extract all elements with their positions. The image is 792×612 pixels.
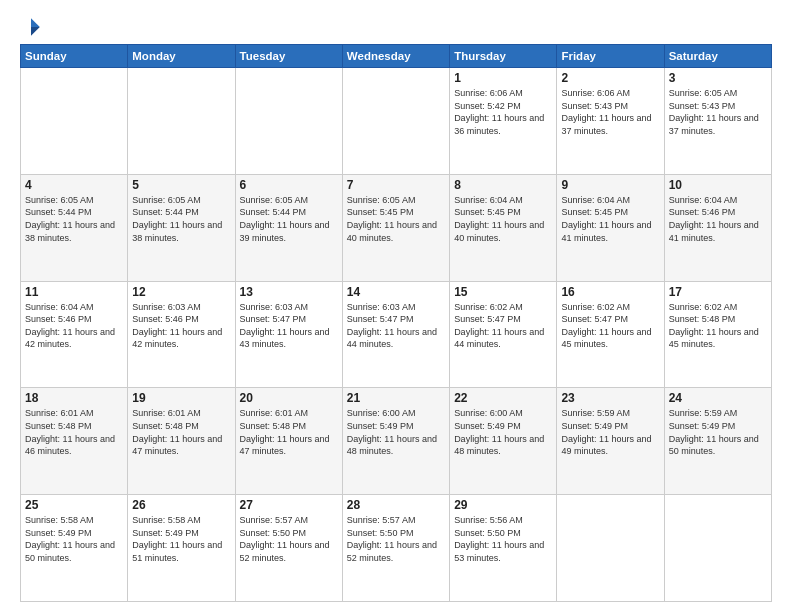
calendar-cell: 13Sunrise: 6:03 AM Sunset: 5:47 PM Dayli… — [235, 281, 342, 388]
calendar-cell — [342, 68, 449, 175]
calendar-cell: 24Sunrise: 5:59 AM Sunset: 5:49 PM Dayli… — [664, 388, 771, 495]
calendar-cell: 9Sunrise: 6:04 AM Sunset: 5:45 PM Daylig… — [557, 174, 664, 281]
header-wednesday: Wednesday — [342, 45, 449, 68]
svg-marker-1 — [31, 27, 40, 36]
day-number: 18 — [25, 391, 123, 405]
day-number: 15 — [454, 285, 552, 299]
day-number: 27 — [240, 498, 338, 512]
day-number: 13 — [240, 285, 338, 299]
day-info: Sunrise: 6:01 AM Sunset: 5:48 PM Dayligh… — [25, 407, 123, 457]
day-info: Sunrise: 5:58 AM Sunset: 5:49 PM Dayligh… — [25, 514, 123, 564]
day-info: Sunrise: 6:06 AM Sunset: 5:43 PM Dayligh… — [561, 87, 659, 137]
day-info: Sunrise: 6:02 AM Sunset: 5:48 PM Dayligh… — [669, 301, 767, 351]
day-info: Sunrise: 6:01 AM Sunset: 5:48 PM Dayligh… — [240, 407, 338, 457]
header-tuesday: Tuesday — [235, 45, 342, 68]
day-number: 17 — [669, 285, 767, 299]
logo-icon — [20, 16, 42, 38]
day-info: Sunrise: 6:05 AM Sunset: 5:43 PM Dayligh… — [669, 87, 767, 137]
calendar-cell — [557, 495, 664, 602]
day-number: 3 — [669, 71, 767, 85]
calendar-table: SundayMondayTuesdayWednesdayThursdayFrid… — [20, 44, 772, 602]
calendar-cell: 1Sunrise: 6:06 AM Sunset: 5:42 PM Daylig… — [450, 68, 557, 175]
day-number: 6 — [240, 178, 338, 192]
calendar-cell — [235, 68, 342, 175]
day-info: Sunrise: 6:03 AM Sunset: 5:47 PM Dayligh… — [240, 301, 338, 351]
calendar-cell: 29Sunrise: 5:56 AM Sunset: 5:50 PM Dayli… — [450, 495, 557, 602]
day-info: Sunrise: 6:00 AM Sunset: 5:49 PM Dayligh… — [347, 407, 445, 457]
calendar-cell — [21, 68, 128, 175]
day-number: 1 — [454, 71, 552, 85]
day-info: Sunrise: 5:56 AM Sunset: 5:50 PM Dayligh… — [454, 514, 552, 564]
day-info: Sunrise: 6:03 AM Sunset: 5:47 PM Dayligh… — [347, 301, 445, 351]
calendar-cell: 18Sunrise: 6:01 AM Sunset: 5:48 PM Dayli… — [21, 388, 128, 495]
calendar-cell: 21Sunrise: 6:00 AM Sunset: 5:49 PM Dayli… — [342, 388, 449, 495]
logo — [20, 16, 46, 38]
day-number: 4 — [25, 178, 123, 192]
day-number: 14 — [347, 285, 445, 299]
calendar-cell: 20Sunrise: 6:01 AM Sunset: 5:48 PM Dayli… — [235, 388, 342, 495]
calendar-cell: 25Sunrise: 5:58 AM Sunset: 5:49 PM Dayli… — [21, 495, 128, 602]
day-number: 11 — [25, 285, 123, 299]
calendar-cell: 17Sunrise: 6:02 AM Sunset: 5:48 PM Dayli… — [664, 281, 771, 388]
day-info: Sunrise: 6:04 AM Sunset: 5:45 PM Dayligh… — [561, 194, 659, 244]
day-number: 29 — [454, 498, 552, 512]
day-number: 9 — [561, 178, 659, 192]
calendar-cell: 11Sunrise: 6:04 AM Sunset: 5:46 PM Dayli… — [21, 281, 128, 388]
header-thursday: Thursday — [450, 45, 557, 68]
day-number: 22 — [454, 391, 552, 405]
calendar-cell: 4Sunrise: 6:05 AM Sunset: 5:44 PM Daylig… — [21, 174, 128, 281]
calendar-cell: 23Sunrise: 5:59 AM Sunset: 5:49 PM Dayli… — [557, 388, 664, 495]
calendar-cell: 8Sunrise: 6:04 AM Sunset: 5:45 PM Daylig… — [450, 174, 557, 281]
day-info: Sunrise: 6:05 AM Sunset: 5:44 PM Dayligh… — [25, 194, 123, 244]
day-info: Sunrise: 5:59 AM Sunset: 5:49 PM Dayligh… — [669, 407, 767, 457]
day-info: Sunrise: 6:05 AM Sunset: 5:45 PM Dayligh… — [347, 194, 445, 244]
calendar-cell: 14Sunrise: 6:03 AM Sunset: 5:47 PM Dayli… — [342, 281, 449, 388]
day-info: Sunrise: 6:03 AM Sunset: 5:46 PM Dayligh… — [132, 301, 230, 351]
day-number: 19 — [132, 391, 230, 405]
calendar-cell: 28Sunrise: 5:57 AM Sunset: 5:50 PM Dayli… — [342, 495, 449, 602]
day-info: Sunrise: 6:01 AM Sunset: 5:48 PM Dayligh… — [132, 407, 230, 457]
day-info: Sunrise: 6:04 AM Sunset: 5:46 PM Dayligh… — [25, 301, 123, 351]
calendar-cell: 10Sunrise: 6:04 AM Sunset: 5:46 PM Dayli… — [664, 174, 771, 281]
day-info: Sunrise: 6:06 AM Sunset: 5:42 PM Dayligh… — [454, 87, 552, 137]
calendar-cell: 27Sunrise: 5:57 AM Sunset: 5:50 PM Dayli… — [235, 495, 342, 602]
svg-marker-0 — [31, 18, 40, 27]
day-info: Sunrise: 6:02 AM Sunset: 5:47 PM Dayligh… — [561, 301, 659, 351]
header-friday: Friday — [557, 45, 664, 68]
calendar-cell: 22Sunrise: 6:00 AM Sunset: 5:49 PM Dayli… — [450, 388, 557, 495]
day-number: 12 — [132, 285, 230, 299]
day-info: Sunrise: 6:04 AM Sunset: 5:45 PM Dayligh… — [454, 194, 552, 244]
day-number: 26 — [132, 498, 230, 512]
day-number: 5 — [132, 178, 230, 192]
day-number: 20 — [240, 391, 338, 405]
day-number: 8 — [454, 178, 552, 192]
calendar-cell: 7Sunrise: 6:05 AM Sunset: 5:45 PM Daylig… — [342, 174, 449, 281]
calendar-cell: 3Sunrise: 6:05 AM Sunset: 5:43 PM Daylig… — [664, 68, 771, 175]
day-info: Sunrise: 5:57 AM Sunset: 5:50 PM Dayligh… — [347, 514, 445, 564]
calendar-cell: 12Sunrise: 6:03 AM Sunset: 5:46 PM Dayli… — [128, 281, 235, 388]
day-info: Sunrise: 5:59 AM Sunset: 5:49 PM Dayligh… — [561, 407, 659, 457]
calendar-cell: 19Sunrise: 6:01 AM Sunset: 5:48 PM Dayli… — [128, 388, 235, 495]
day-info: Sunrise: 6:05 AM Sunset: 5:44 PM Dayligh… — [240, 194, 338, 244]
day-number: 25 — [25, 498, 123, 512]
day-number: 24 — [669, 391, 767, 405]
day-info: Sunrise: 6:04 AM Sunset: 5:46 PM Dayligh… — [669, 194, 767, 244]
calendar-cell: 16Sunrise: 6:02 AM Sunset: 5:47 PM Dayli… — [557, 281, 664, 388]
day-info: Sunrise: 6:05 AM Sunset: 5:44 PM Dayligh… — [132, 194, 230, 244]
day-number: 2 — [561, 71, 659, 85]
calendar-cell: 15Sunrise: 6:02 AM Sunset: 5:47 PM Dayli… — [450, 281, 557, 388]
calendar-cell: 5Sunrise: 6:05 AM Sunset: 5:44 PM Daylig… — [128, 174, 235, 281]
calendar-cell: 6Sunrise: 6:05 AM Sunset: 5:44 PM Daylig… — [235, 174, 342, 281]
day-number: 21 — [347, 391, 445, 405]
header-saturday: Saturday — [664, 45, 771, 68]
day-info: Sunrise: 5:58 AM Sunset: 5:49 PM Dayligh… — [132, 514, 230, 564]
header-monday: Monday — [128, 45, 235, 68]
header-sunday: Sunday — [21, 45, 128, 68]
calendar-cell — [664, 495, 771, 602]
day-number: 16 — [561, 285, 659, 299]
day-number: 28 — [347, 498, 445, 512]
day-info: Sunrise: 5:57 AM Sunset: 5:50 PM Dayligh… — [240, 514, 338, 564]
calendar-cell: 26Sunrise: 5:58 AM Sunset: 5:49 PM Dayli… — [128, 495, 235, 602]
calendar-cell: 2Sunrise: 6:06 AM Sunset: 5:43 PM Daylig… — [557, 68, 664, 175]
day-number: 7 — [347, 178, 445, 192]
